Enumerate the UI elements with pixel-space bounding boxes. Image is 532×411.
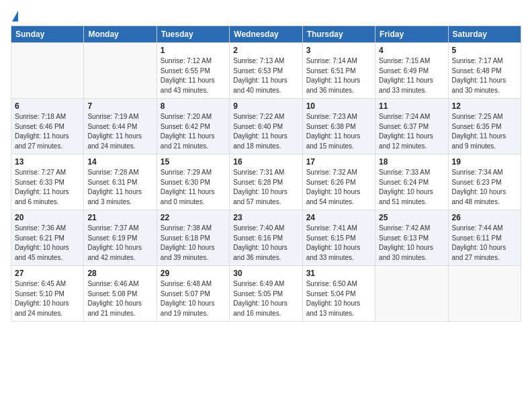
calendar-day-30: 30Sunrise: 6:49 AMSunset: 5:05 PMDayligh… (230, 266, 302, 322)
day-number: 28 (87, 269, 152, 278)
calendar-day-13: 13Sunrise: 7:27 AMSunset: 6:33 PMDayligh… (11, 154, 84, 210)
day-info: Sunrise: 7:15 AMSunset: 6:49 PMDaylight:… (379, 56, 444, 95)
day-number: 22 (161, 213, 226, 222)
day-number: 31 (306, 269, 371, 278)
day-info: Sunrise: 7:22 AMSunset: 6:40 PMDaylight:… (233, 112, 298, 151)
day-info: Sunrise: 7:40 AMSunset: 6:16 PMDaylight:… (233, 224, 298, 263)
calendar-day-16: 16Sunrise: 7:31 AMSunset: 6:28 PMDayligh… (230, 154, 302, 210)
calendar-week-1: 1Sunrise: 7:12 AMSunset: 6:55 PMDaylight… (11, 43, 521, 99)
day-number: 2 (233, 46, 298, 55)
calendar-header-wednesday: Wednesday (230, 26, 302, 43)
day-number: 25 (379, 213, 444, 222)
day-number: 19 (452, 157, 517, 167)
day-number: 15 (161, 157, 226, 167)
calendar-day-2: 2Sunrise: 7:13 AMSunset: 6:53 PMDaylight… (230, 43, 302, 99)
calendar-header-sunday: Sunday (11, 26, 84, 43)
calendar-day-19: 19Sunrise: 7:34 AMSunset: 6:23 PMDayligh… (448, 154, 521, 210)
day-number: 11 (379, 101, 444, 111)
day-info: Sunrise: 7:42 AMSunset: 6:13 PMDaylight:… (379, 224, 444, 263)
calendar-empty-cell (375, 266, 448, 322)
calendar-header-tuesday: Tuesday (157, 26, 229, 43)
day-info: Sunrise: 7:14 AMSunset: 6:51 PMDaylight:… (306, 56, 371, 95)
logo-triangle-icon (12, 11, 18, 21)
day-number: 9 (233, 101, 298, 111)
calendar-header-row: SundayMondayTuesdayWednesdayThursdayFrid… (11, 26, 521, 43)
day-number: 18 (379, 157, 444, 167)
calendar-day-25: 25Sunrise: 7:42 AMSunset: 6:13 PMDayligh… (375, 210, 448, 266)
calendar-week-4: 20Sunrise: 7:36 AMSunset: 6:21 PMDayligh… (11, 210, 521, 266)
day-number: 27 (15, 269, 80, 278)
calendar-day-20: 20Sunrise: 7:36 AMSunset: 6:21 PMDayligh… (11, 210, 84, 266)
calendar-day-15: 15Sunrise: 7:29 AMSunset: 6:30 PMDayligh… (157, 154, 229, 210)
day-number: 24 (306, 213, 371, 222)
day-info: Sunrise: 6:46 AMSunset: 5:08 PMDaylight:… (87, 279, 152, 318)
calendar-day-7: 7Sunrise: 7:19 AMSunset: 6:44 PMDaylight… (84, 99, 157, 154)
day-info: Sunrise: 7:17 AMSunset: 6:48 PMDaylight:… (452, 56, 517, 95)
day-number: 21 (87, 213, 152, 222)
calendar-empty-cell (448, 266, 521, 322)
day-number: 1 (161, 46, 226, 55)
day-info: Sunrise: 7:27 AMSunset: 6:33 PMDaylight:… (15, 168, 80, 207)
calendar-week-5: 27Sunrise: 6:45 AMSunset: 5:10 PMDayligh… (11, 266, 521, 322)
calendar-day-3: 3Sunrise: 7:14 AMSunset: 6:51 PMDaylight… (302, 43, 375, 99)
calendar-day-6: 6Sunrise: 7:18 AMSunset: 6:46 PMDaylight… (11, 99, 84, 154)
day-info: Sunrise: 7:33 AMSunset: 6:24 PMDaylight:… (379, 168, 444, 207)
day-info: Sunrise: 7:29 AMSunset: 6:30 PMDaylight:… (161, 168, 226, 207)
calendar-empty-cell (84, 43, 157, 99)
day-info: Sunrise: 7:23 AMSunset: 6:38 PMDaylight:… (306, 112, 371, 151)
day-info: Sunrise: 7:13 AMSunset: 6:53 PMDaylight:… (233, 56, 298, 95)
calendar-day-24: 24Sunrise: 7:41 AMSunset: 6:15 PMDayligh… (302, 210, 375, 266)
calendar-day-26: 26Sunrise: 7:44 AMSunset: 6:11 PMDayligh… (448, 210, 521, 266)
calendar-day-11: 11Sunrise: 7:24 AMSunset: 6:37 PMDayligh… (375, 99, 448, 154)
day-info: Sunrise: 7:37 AMSunset: 6:19 PMDaylight:… (87, 224, 152, 263)
calendar-day-23: 23Sunrise: 7:40 AMSunset: 6:16 PMDayligh… (230, 210, 302, 266)
day-info: Sunrise: 7:44 AMSunset: 6:11 PMDaylight:… (452, 224, 517, 263)
day-info: Sunrise: 7:41 AMSunset: 6:15 PMDaylight:… (306, 224, 371, 263)
calendar-day-14: 14Sunrise: 7:28 AMSunset: 6:31 PMDayligh… (84, 154, 157, 210)
day-number: 14 (87, 157, 152, 167)
calendar-day-9: 9Sunrise: 7:22 AMSunset: 6:40 PMDaylight… (230, 99, 302, 154)
day-info: Sunrise: 7:32 AMSunset: 6:26 PMDaylight:… (306, 168, 371, 207)
day-number: 29 (161, 269, 226, 278)
day-number: 5 (452, 46, 517, 55)
day-number: 4 (379, 46, 444, 55)
calendar-week-3: 13Sunrise: 7:27 AMSunset: 6:33 PMDayligh… (11, 154, 521, 210)
day-number: 30 (233, 269, 298, 278)
calendar-week-2: 6Sunrise: 7:18 AMSunset: 6:46 PMDaylight… (11, 99, 521, 154)
day-number: 12 (452, 101, 517, 111)
page-header (11, 11, 521, 20)
calendar-day-22: 22Sunrise: 7:38 AMSunset: 6:18 PMDayligh… (157, 210, 229, 266)
calendar-header-saturday: Saturday (448, 26, 521, 43)
calendar-day-27: 27Sunrise: 6:45 AMSunset: 5:10 PMDayligh… (11, 266, 84, 322)
day-info: Sunrise: 7:36 AMSunset: 6:21 PMDaylight:… (15, 224, 80, 263)
day-info: Sunrise: 7:19 AMSunset: 6:44 PMDaylight:… (87, 112, 152, 151)
calendar-header-friday: Friday (375, 26, 448, 43)
calendar-day-17: 17Sunrise: 7:32 AMSunset: 6:26 PMDayligh… (302, 154, 375, 210)
day-number: 16 (233, 157, 298, 167)
day-number: 6 (15, 101, 80, 111)
day-number: 20 (15, 213, 80, 222)
calendar-day-5: 5Sunrise: 7:17 AMSunset: 6:48 PMDaylight… (448, 43, 521, 99)
day-number: 3 (306, 46, 371, 55)
day-number: 7 (87, 101, 152, 111)
calendar-table: SundayMondayTuesdayWednesdayThursdayFrid… (11, 26, 521, 322)
calendar-day-4: 4Sunrise: 7:15 AMSunset: 6:49 PMDaylight… (375, 43, 448, 99)
logo (11, 11, 18, 20)
day-number: 17 (306, 157, 371, 167)
day-info: Sunrise: 7:28 AMSunset: 6:31 PMDaylight:… (87, 168, 152, 207)
day-info: Sunrise: 7:34 AMSunset: 6:23 PMDaylight:… (452, 168, 517, 207)
calendar-empty-cell (11, 43, 84, 99)
day-info: Sunrise: 7:38 AMSunset: 6:18 PMDaylight:… (161, 224, 226, 263)
day-number: 8 (161, 101, 226, 111)
calendar-day-21: 21Sunrise: 7:37 AMSunset: 6:19 PMDayligh… (84, 210, 157, 266)
day-info: Sunrise: 7:20 AMSunset: 6:42 PMDaylight:… (161, 112, 226, 151)
calendar-day-29: 29Sunrise: 6:48 AMSunset: 5:07 PMDayligh… (157, 266, 229, 322)
day-info: Sunrise: 6:50 AMSunset: 5:04 PMDaylight:… (306, 279, 371, 318)
day-number: 10 (306, 101, 371, 111)
day-number: 26 (452, 213, 517, 222)
day-info: Sunrise: 7:12 AMSunset: 6:55 PMDaylight:… (161, 56, 226, 95)
day-info: Sunrise: 6:48 AMSunset: 5:07 PMDaylight:… (161, 279, 226, 318)
calendar-day-8: 8Sunrise: 7:20 AMSunset: 6:42 PMDaylight… (157, 99, 229, 154)
day-info: Sunrise: 7:18 AMSunset: 6:46 PMDaylight:… (15, 112, 80, 151)
calendar-day-18: 18Sunrise: 7:33 AMSunset: 6:24 PMDayligh… (375, 154, 448, 210)
